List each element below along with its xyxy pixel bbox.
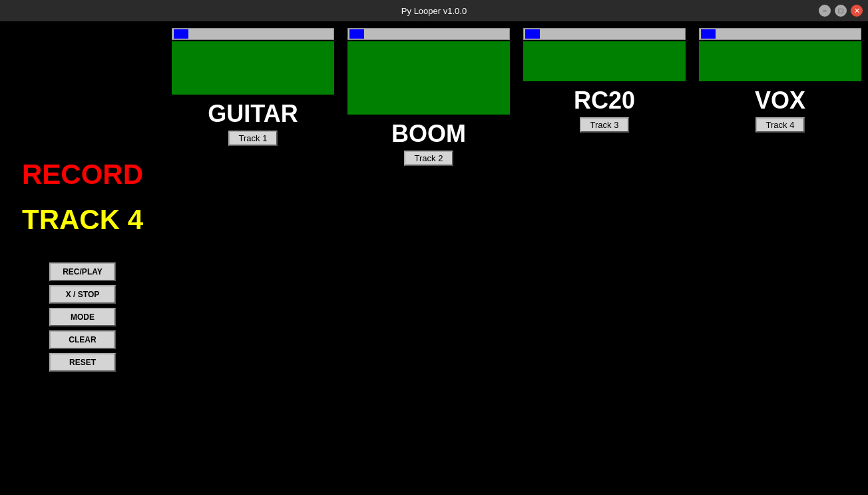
- track-name-track4: VOX: [755, 87, 805, 115]
- left-panel: RECORD TRACK 4 REC/PLAYX / STOPMODECLEAR…: [0, 21, 165, 495]
- reset-button[interactable]: RESET: [49, 353, 116, 372]
- track-indicator-track2: [349, 29, 364, 39]
- track-badge-track2[interactable]: Track 2: [404, 151, 454, 166]
- minimize-button[interactable]: −: [819, 5, 831, 17]
- track-waveform-track2[interactable]: [347, 41, 510, 115]
- track-green-track2: [347, 41, 510, 115]
- track-badge-track1[interactable]: Track 1: [228, 131, 278, 146]
- maximize-button[interactable]: □: [835, 5, 847, 17]
- clear-button[interactable]: CLEAR: [49, 330, 116, 349]
- rec-play-button[interactable]: REC/PLAY: [49, 262, 116, 281]
- track-waveform-track1[interactable]: [172, 41, 334, 95]
- track-column-track4: VOXTrack 4: [692, 28, 868, 495]
- track-column-track2: BOOMTrack 2: [341, 28, 517, 495]
- track-name-track1: GUITAR: [208, 100, 298, 128]
- track-header-track3: [523, 28, 686, 40]
- track-column-track1: GUITARTrack 1: [165, 28, 341, 495]
- track-waveform-track4[interactable]: [699, 41, 861, 81]
- record-label: RECORD: [22, 159, 143, 191]
- track-indicator-track4: [701, 29, 716, 39]
- track-header-track4: [699, 28, 861, 40]
- tracks-area: GUITARTrack 1BOOMTrack 2RC20Track 3VOXTr…: [165, 21, 868, 495]
- close-button[interactable]: ✕: [851, 5, 863, 17]
- track-column-track3: RC20Track 3: [517, 28, 692, 495]
- track-header-track2: [347, 28, 510, 40]
- track-green-track4: [699, 41, 861, 81]
- track-badge-track3[interactable]: Track 3: [580, 117, 630, 133]
- window-controls: − □ ✕: [819, 5, 863, 17]
- track-header-track1: [172, 28, 334, 40]
- track-label: TRACK 4: [22, 204, 143, 236]
- mode-button[interactable]: MODE: [49, 308, 116, 326]
- track-name-track3: RC20: [574, 87, 635, 115]
- track-indicator-track1: [174, 29, 188, 39]
- window-title: Py Looper v1.0.0: [401, 6, 467, 16]
- title-bar: Py Looper v1.0.0 − □ ✕: [0, 0, 868, 21]
- control-buttons: REC/PLAYX / STOPMODECLEARRESET: [49, 262, 116, 372]
- track-waveform-track3[interactable]: [523, 41, 686, 81]
- track-green-track3: [523, 41, 686, 81]
- track-indicator-track3: [525, 29, 540, 39]
- track-green-track1: [172, 41, 334, 95]
- x-stop-button[interactable]: X / STOP: [49, 285, 116, 304]
- track-badge-track4[interactable]: Track 4: [756, 117, 805, 133]
- main-content: RECORD TRACK 4 REC/PLAYX / STOPMODECLEAR…: [0, 21, 868, 495]
- track-name-track2: BOOM: [391, 120, 466, 148]
